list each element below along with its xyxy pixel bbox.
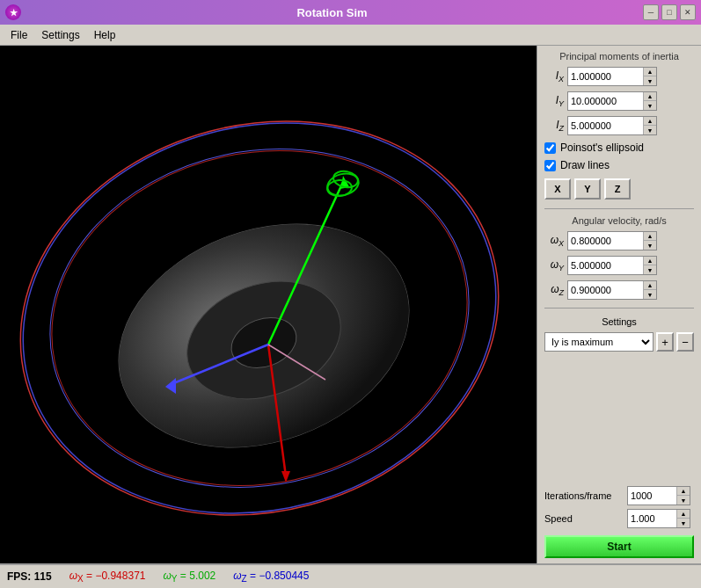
- iz-input-wrapper: ▲ ▼: [567, 116, 657, 135]
- iz-up-button[interactable]: ▲: [644, 117, 656, 126]
- wx-label: ωX: [544, 234, 564, 248]
- canvas-area: [0, 46, 537, 563]
- iy-input[interactable]: [568, 92, 643, 110]
- speed-row: Speed ▲ ▼: [544, 509, 694, 528]
- wy-input-wrapper: ▲ ▼: [567, 256, 657, 275]
- settings-row: Iy is maximum Ix is maximum Iz is maximu…: [544, 332, 694, 352]
- y-button[interactable]: Y: [574, 178, 601, 200]
- wx-down-button[interactable]: ▼: [644, 241, 656, 250]
- ix-input[interactable]: [568, 68, 643, 85]
- drawlines-checkbox[interactable]: [544, 160, 556, 171]
- ix-up-button[interactable]: ▲: [644, 68, 656, 76]
- wy-spinners: ▲ ▼: [643, 257, 656, 274]
- title-bar: ★ Rotation Sim ─ □ ✕: [0, 0, 701, 25]
- iter-up-button[interactable]: ▲: [677, 487, 690, 496]
- close-button[interactable]: ✕: [680, 4, 696, 20]
- angular-label: Angular velocity, rad/s: [544, 215, 694, 226]
- ix-down-button[interactable]: ▼: [644, 76, 656, 85]
- iter-down-button[interactable]: ▼: [677, 496, 690, 505]
- iz-spinners: ▲ ▼: [643, 117, 656, 134]
- window-title: Rotation Sim: [21, 6, 643, 19]
- iter-input[interactable]: [628, 487, 676, 505]
- minimize-button[interactable]: ─: [643, 4, 659, 20]
- app-icon: ★: [5, 4, 21, 20]
- menu-file[interactable]: File: [4, 27, 34, 43]
- speed-input[interactable]: [628, 510, 676, 527]
- omega-z-status: ωZ = −0.850445: [233, 570, 309, 584]
- poinsot-label: Poinsot's ellipsoid: [560, 142, 644, 154]
- wx-input[interactable]: [568, 232, 643, 250]
- wz-input-wrapper: ▲ ▼: [567, 280, 657, 300]
- ix-row: IX ▲ ▼: [544, 67, 694, 86]
- iy-row: IY ▲ ▼: [544, 91, 694, 111]
- minus-button[interactable]: −: [676, 332, 694, 352]
- iy-label: IY: [544, 94, 564, 108]
- iz-down-button[interactable]: ▼: [644, 126, 656, 134]
- wy-up-button[interactable]: ▲: [644, 257, 656, 265]
- wy-row: ωY ▲ ▼: [544, 256, 694, 275]
- speed-up-button[interactable]: ▲: [677, 510, 690, 519]
- poinsot-row: Poinsot's ellipsoid: [544, 142, 694, 154]
- iy-input-wrapper: ▲ ▼: [567, 91, 657, 111]
- omega-y-status: ωY = 5.002: [163, 570, 215, 584]
- speed-down-button[interactable]: ▼: [677, 519, 690, 527]
- fps-display: FPS: 115: [7, 570, 52, 583]
- divider-2: [544, 308, 694, 309]
- divider-1: [544, 208, 694, 209]
- ix-input-wrapper: ▲ ▼: [567, 67, 657, 86]
- speed-spinners: ▲ ▼: [676, 510, 690, 527]
- iter-spinners: ▲ ▼: [676, 487, 690, 505]
- iter-label: Iterations/frame: [544, 490, 624, 501]
- iy-down-button[interactable]: ▼: [644, 101, 656, 110]
- right-panel: Principal moments of inertia IX ▲ ▼ IY ▲…: [537, 46, 701, 563]
- x-button[interactable]: X: [544, 178, 571, 200]
- wy-label: ωY: [544, 258, 564, 272]
- 3d-scene: [0, 46, 537, 563]
- ix-spinners: ▲ ▼: [643, 68, 656, 85]
- wz-row: ωZ ▲ ▼: [544, 280, 694, 300]
- iy-up-button[interactable]: ▲: [644, 92, 656, 101]
- iz-label: IZ: [544, 119, 564, 133]
- ix-label: IX: [544, 69, 564, 83]
- spacer: [544, 355, 694, 483]
- wz-spinners: ▲ ▼: [643, 281, 656, 299]
- iy-spinners: ▲ ▼: [643, 92, 656, 110]
- main-content: Principal moments of inertia IX ▲ ▼ IY ▲…: [0, 46, 701, 563]
- speed-input-wrapper: ▲ ▼: [627, 509, 690, 528]
- wz-down-button[interactable]: ▼: [644, 290, 656, 299]
- window-controls: ─ □ ✕: [643, 4, 696, 20]
- menu-help[interactable]: Help: [87, 27, 123, 43]
- drawlines-row: Draw lines: [544, 159, 694, 171]
- iz-input[interactable]: [568, 117, 643, 134]
- z-button[interactable]: Z: [604, 178, 631, 200]
- iterations-row: Iterations/frame ▲ ▼: [544, 486, 694, 505]
- speed-label: Speed: [544, 513, 624, 524]
- status-bar: FPS: 115 ωX = −0.948371 ωY = 5.002 ωZ = …: [0, 563, 701, 588]
- wx-spinners: ▲ ▼: [643, 232, 656, 250]
- moments-label: Principal moments of inertia: [544, 51, 694, 62]
- plus-button[interactable]: +: [656, 332, 674, 352]
- menu-bar: File Settings Help: [0, 25, 701, 46]
- wz-label: ωZ: [544, 283, 564, 297]
- wx-row: ωX ▲ ▼: [544, 231, 694, 250]
- iter-input-wrapper: ▲ ▼: [627, 486, 690, 505]
- poinsot-checkbox[interactable]: [544, 142, 556, 154]
- maximize-button[interactable]: □: [661, 4, 677, 20]
- drawlines-label: Draw lines: [560, 159, 610, 171]
- wx-input-wrapper: ▲ ▼: [567, 231, 657, 250]
- mode-dropdown[interactable]: Iy is maximum Ix is maximum Iz is maximu…: [544, 332, 654, 352]
- wz-up-button[interactable]: ▲: [644, 281, 656, 290]
- menu-settings[interactable]: Settings: [34, 27, 86, 43]
- wz-input[interactable]: [568, 281, 643, 299]
- wy-down-button[interactable]: ▼: [644, 265, 656, 274]
- wy-input[interactable]: [568, 257, 643, 274]
- start-button[interactable]: Start: [544, 535, 694, 558]
- xyz-buttons: X Y Z: [544, 178, 694, 200]
- iz-row: IZ ▲ ▼: [544, 116, 694, 135]
- wx-up-button[interactable]: ▲: [644, 232, 656, 241]
- omega-x-status: ωX = −0.948371: [69, 570, 146, 584]
- settings-section-label: Settings: [544, 316, 694, 327]
